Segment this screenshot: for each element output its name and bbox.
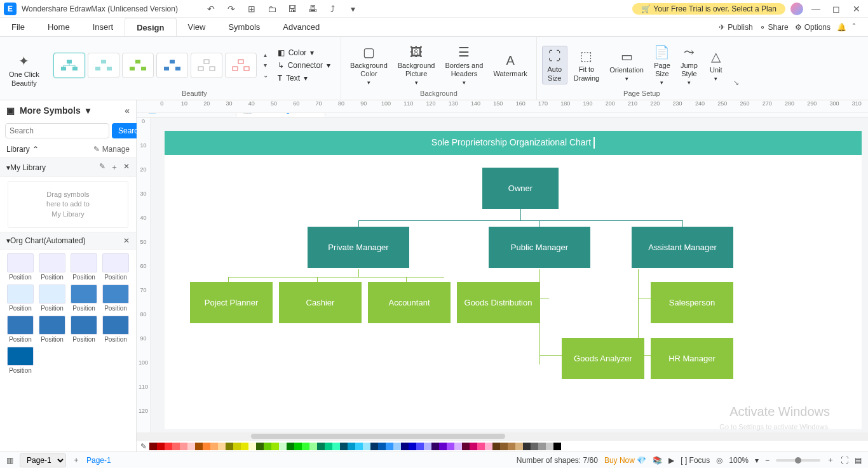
node-cashier[interactable]: Cashier: [279, 282, 362, 323]
library-label[interactable]: Library: [6, 145, 30, 154]
menu-insert[interactable]: Insert: [81, 18, 125, 36]
color-swatch[interactable]: [271, 443, 279, 450]
shape-position-1[interactable]: Position: [38, 253, 66, 281]
color-swatch[interactable]: [492, 443, 500, 450]
color-swatch[interactable]: [248, 443, 256, 450]
color-swatch[interactable]: [264, 443, 271, 450]
menu-file[interactable]: File: [0, 18, 36, 36]
color-swatch[interactable]: [210, 443, 218, 450]
color-swatch[interactable]: [401, 443, 409, 450]
theme-thumb-2[interactable]: [88, 53, 119, 78]
org-chart-section[interactable]: Org Chart(Automated): [10, 236, 86, 245]
fullscreen-icon[interactable]: ⛶: [841, 456, 848, 465]
theme-thumb-6[interactable]: [225, 53, 257, 78]
shape-position-3[interactable]: Position: [102, 253, 130, 281]
color-swatch[interactable]: [393, 443, 401, 450]
my-library-section[interactable]: My Library: [10, 163, 46, 172]
shape-position-8[interactable]: Position: [6, 316, 34, 343]
add-page-button[interactable]: ＋: [72, 455, 80, 465]
new-icon[interactable]: ⊞: [244, 1, 259, 17]
eyedropper-icon[interactable]: ✎: [140, 442, 147, 451]
color-swatch[interactable]: [317, 443, 325, 450]
shape-position-2[interactable]: Position: [70, 253, 98, 281]
color-swatch[interactable]: [439, 443, 447, 450]
unit-button[interactable]: △Unit▾: [704, 47, 728, 84]
jump-style-button[interactable]: ⤳Jump Style▾: [677, 43, 702, 88]
pagesetup-expand-icon[interactable]: ↘: [731, 79, 742, 90]
node-hr-manager[interactable]: HR Manager: [651, 338, 733, 379]
shape-position-6[interactable]: Position: [70, 284, 98, 312]
color-swatch[interactable]: [370, 443, 378, 450]
watermark-button[interactable]: AWatermark: [489, 51, 531, 79]
options-link[interactable]: ⚙ Options: [795, 23, 831, 32]
shape-position-9[interactable]: Position: [38, 316, 66, 343]
menu-view[interactable]: View: [177, 18, 217, 36]
color-swatch[interactable]: [187, 443, 195, 450]
theme-thumb-5[interactable]: [191, 53, 222, 78]
publish-link[interactable]: ✈ Publish: [719, 23, 752, 32]
node-salesperson[interactable]: Salesperson: [651, 282, 733, 323]
color-swatch[interactable]: [348, 443, 355, 450]
presentation-icon[interactable]: ▶: [668, 456, 674, 465]
color-swatch[interactable]: [447, 443, 454, 450]
color-swatch[interactable]: [309, 443, 317, 450]
zoom-in-button[interactable]: ＋: [827, 455, 834, 465]
text-dropdown[interactable]: T Text ▾: [275, 72, 333, 84]
color-swatch[interactable]: [332, 443, 340, 450]
color-swatch[interactable]: [180, 443, 187, 450]
node-accountant[interactable]: Accountant: [368, 282, 451, 323]
avatar[interactable]: [790, 3, 803, 15]
color-swatch[interactable]: [523, 443, 531, 450]
page-list-icon[interactable]: ▥: [6, 456, 13, 465]
shape-position-4[interactable]: Position: [6, 284, 34, 312]
search-input[interactable]: [5, 123, 109, 138]
export-icon[interactable]: ⤴: [325, 1, 341, 17]
theme-thumb-4[interactable]: [156, 53, 188, 78]
color-swatch[interactable]: [561, 443, 569, 450]
canvas[interactable]: Sole Proprietorship Organizational Chart: [151, 118, 868, 432]
color-swatch[interactable]: [256, 443, 264, 450]
shape-position-12[interactable]: Position: [6, 347, 34, 374]
color-swatch[interactable]: [409, 443, 416, 450]
menu-advanced[interactable]: Advanced: [271, 18, 331, 36]
auto-size-button[interactable]: ⛶Auto Size: [542, 46, 567, 84]
h-scrollbar[interactable]: [137, 432, 868, 440]
orgsection-close-icon[interactable]: ✕: [123, 236, 130, 245]
panels-icon[interactable]: ▤: [855, 456, 862, 465]
color-swatch[interactable]: [386, 443, 393, 450]
page-tab[interactable]: Page-1: [86, 456, 111, 465]
lib-edit-icon[interactable]: ✎: [99, 162, 105, 173]
shape-position-11[interactable]: Position: [102, 316, 130, 343]
color-swatch[interactable]: [340, 443, 348, 450]
shape-position-5[interactable]: Position: [38, 284, 66, 312]
theme-thumb-3[interactable]: [122, 53, 154, 78]
node-public-manager[interactable]: Public Manager: [489, 227, 590, 268]
node-project-planner[interactable]: Poject Planner: [190, 282, 273, 323]
color-swatch[interactable]: [531, 443, 538, 450]
buy-now-link[interactable]: Buy Now 💎: [604, 456, 646, 465]
save-icon[interactable]: 🖫: [285, 1, 300, 17]
open-icon[interactable]: 🗀: [264, 1, 280, 17]
menu-symbols[interactable]: Symbols: [217, 18, 271, 36]
color-swatch[interactable]: [355, 443, 363, 450]
color-swatch[interactable]: [149, 443, 157, 450]
undo-icon[interactable]: ↶: [203, 1, 219, 17]
color-swatch[interactable]: [508, 443, 515, 450]
color-swatch[interactable]: [515, 443, 523, 450]
page-size-button[interactable]: 📄Page Size▾: [650, 43, 674, 88]
borders-headers-button[interactable]: ☰Borders and Headers▾: [442, 43, 487, 88]
shape-position-0[interactable]: Position: [6, 253, 34, 281]
menu-design[interactable]: Design: [125, 18, 176, 36]
share-link[interactable]: ⚬ Share: [759, 23, 789, 32]
orientation-button[interactable]: ▭Orientation▾: [606, 47, 648, 84]
color-swatch[interactable]: [287, 443, 294, 450]
drop-area[interactable]: Drag symbols here to add to My Library: [8, 181, 128, 228]
theme-thumb-1[interactable]: [53, 53, 85, 78]
color-swatch[interactable]: [424, 443, 431, 450]
color-swatch[interactable]: [477, 443, 485, 450]
menu-home[interactable]: Home: [36, 18, 81, 36]
node-goods-distribution[interactable]: Goods Distribution: [457, 282, 539, 323]
notification-icon[interactable]: 🔔: [837, 23, 846, 32]
theme-prev-icon[interactable]: ▴: [261, 51, 270, 60]
layers-icon[interactable]: 📚: [653, 456, 662, 465]
